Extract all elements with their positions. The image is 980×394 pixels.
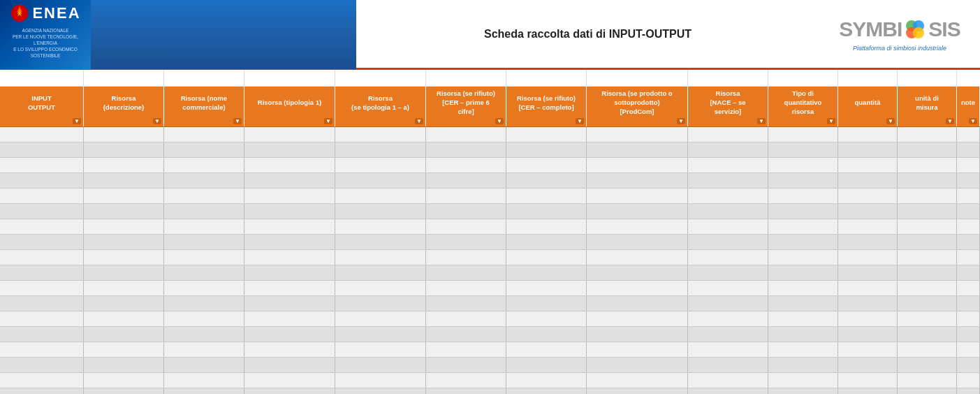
td-cell-udm[interactable] <box>898 204 957 219</box>
td-cell-udm[interactable] <box>898 358 957 372</box>
table-row[interactable] <box>0 204 980 219</box>
dropdown-arrow-tipoquant[interactable]: ▼ <box>827 118 835 124</box>
dropdown-arrow-inace[interactable]: ▼ <box>757 118 766 124</box>
td-cell-tipo1a[interactable] <box>335 312 426 326</box>
dropdown-arrow-cercomplete[interactable]: ▼ <box>576 118 584 124</box>
th-note[interactable]: note ▼ <box>957 87 980 126</box>
td-cell-tipoquant[interactable] <box>768 127 838 142</box>
td-cell-cer6[interactable] <box>426 358 506 372</box>
td-cell-cer6[interactable] <box>426 143 506 157</box>
td-cell-prodcom[interactable] <box>587 143 688 157</box>
td-cell-note[interactable] <box>957 219 980 234</box>
td-cell-nome[interactable] <box>164 173 244 188</box>
td-cell-note[interactable] <box>957 296 980 311</box>
td-cell-tipo1[interactable] <box>244 127 335 142</box>
td-cell-desc[interactable] <box>84 250 164 265</box>
table-row[interactable] <box>0 143 980 158</box>
th-cer6[interactable]: Risorsa (se rifiuto) [CER – prime 6 cifr… <box>426 87 506 126</box>
th-unita-misura[interactable]: unità di misura ▼ <box>898 87 957 126</box>
td-cell-cer6[interactable] <box>426 219 506 234</box>
table-row[interactable] <box>0 281 980 296</box>
td-cell-inace[interactable] <box>688 265 768 280</box>
td-cell-tipo1a[interactable] <box>335 189 426 203</box>
td-cell-tipoquant[interactable] <box>768 327 838 342</box>
td-cell-io[interactable] <box>0 204 84 219</box>
td-cell-prodcom[interactable] <box>587 296 688 311</box>
td-cell-udm[interactable] <box>898 312 957 326</box>
th-input-output[interactable]: INPUT OUTPUT ▼ <box>0 87 84 126</box>
td-cell-tipo1[interactable] <box>244 173 335 188</box>
td-cell-tipoquant[interactable] <box>768 204 838 219</box>
td-cell-udm[interactable] <box>898 373 957 388</box>
table-row[interactable] <box>0 189 980 204</box>
td-cell-nome[interactable] <box>164 265 244 280</box>
td-cell-inace[interactable] <box>688 189 768 203</box>
td-cell-tipo1a[interactable] <box>335 373 426 388</box>
td-cell-cercomplete[interactable] <box>506 250 587 265</box>
td-cell-quant[interactable] <box>838 158 898 173</box>
td-cell-tipo1a[interactable] <box>335 235 426 249</box>
th-inace[interactable]: Risorsa [NACE – se servizio] ▼ <box>688 87 768 126</box>
td-cell-io[interactable] <box>0 173 84 188</box>
td-cell-note[interactable] <box>957 388 980 394</box>
td-cell-note[interactable] <box>957 358 980 372</box>
td-cell-desc[interactable] <box>84 189 164 203</box>
td-cell-tipoquant[interactable] <box>768 358 838 372</box>
td-cell-tipoquant[interactable] <box>768 189 838 203</box>
td-cell-udm[interactable] <box>898 327 957 342</box>
td-cell-io[interactable] <box>0 296 84 311</box>
td-cell-cer6[interactable] <box>426 173 506 188</box>
td-cell-cercomplete[interactable] <box>506 158 587 173</box>
table-row[interactable] <box>0 296 980 312</box>
td-cell-tipo1a[interactable] <box>335 281 426 296</box>
td-cell-io[interactable] <box>0 143 84 157</box>
td-cell-nome[interactable] <box>164 342 244 357</box>
td-cell-quant[interactable] <box>838 189 898 203</box>
table-row[interactable] <box>0 388 980 394</box>
td-cell-nome[interactable] <box>164 235 244 249</box>
td-cell-tipo1[interactable] <box>244 296 335 311</box>
td-cell-io[interactable] <box>0 235 84 249</box>
td-cell-note[interactable] <box>957 342 980 357</box>
table-row[interactable] <box>0 250 980 265</box>
table-row[interactable] <box>0 373 980 388</box>
td-cell-cercomplete[interactable] <box>506 296 587 311</box>
td-cell-udm[interactable] <box>898 127 957 142</box>
td-cell-tipoquant[interactable] <box>768 312 838 326</box>
td-cell-note[interactable] <box>957 189 980 203</box>
td-cell-inace[interactable] <box>688 342 768 357</box>
td-cell-tipo1[interactable] <box>244 327 335 342</box>
td-cell-inace[interactable] <box>688 296 768 311</box>
th-risorsa-desc[interactable]: Risorsa (descrizione) ▼ <box>84 87 164 126</box>
td-cell-note[interactable] <box>957 281 980 296</box>
td-cell-cercomplete[interactable] <box>506 173 587 188</box>
td-cell-desc[interactable] <box>84 158 164 173</box>
td-cell-desc[interactable] <box>84 219 164 234</box>
td-cell-prodcom[interactable] <box>587 204 688 219</box>
table-row[interactable] <box>0 127 980 143</box>
td-cell-tipo1[interactable] <box>244 204 335 219</box>
td-cell-tipo1[interactable] <box>244 388 335 394</box>
td-cell-tipoquant[interactable] <box>768 342 838 357</box>
td-cell-quant[interactable] <box>838 373 898 388</box>
td-cell-quant[interactable] <box>838 312 898 326</box>
td-cell-prodcom[interactable] <box>587 281 688 296</box>
td-cell-cercomplete[interactable] <box>506 358 587 372</box>
td-cell-io[interactable] <box>0 373 84 388</box>
td-cell-nome[interactable] <box>164 143 244 157</box>
td-cell-cer6[interactable] <box>426 296 506 311</box>
td-cell-io[interactable] <box>0 388 84 394</box>
td-cell-tipo1a[interactable] <box>335 250 426 265</box>
td-cell-cercomplete[interactable] <box>506 373 587 388</box>
td-cell-prodcom[interactable] <box>587 388 688 394</box>
td-cell-cercomplete[interactable] <box>506 219 587 234</box>
table-row[interactable] <box>0 235 980 250</box>
td-cell-inace[interactable] <box>688 281 768 296</box>
td-cell-note[interactable] <box>957 265 980 280</box>
td-cell-nome[interactable] <box>164 281 244 296</box>
td-cell-cercomplete[interactable] <box>506 265 587 280</box>
td-cell-inace[interactable] <box>688 388 768 394</box>
th-risorsa-tipo1a[interactable]: Risorsa (se tipologia 1 – a) ▼ <box>335 87 426 126</box>
td-cell-tipo1a[interactable] <box>335 327 426 342</box>
td-cell-cer6[interactable] <box>426 235 506 249</box>
